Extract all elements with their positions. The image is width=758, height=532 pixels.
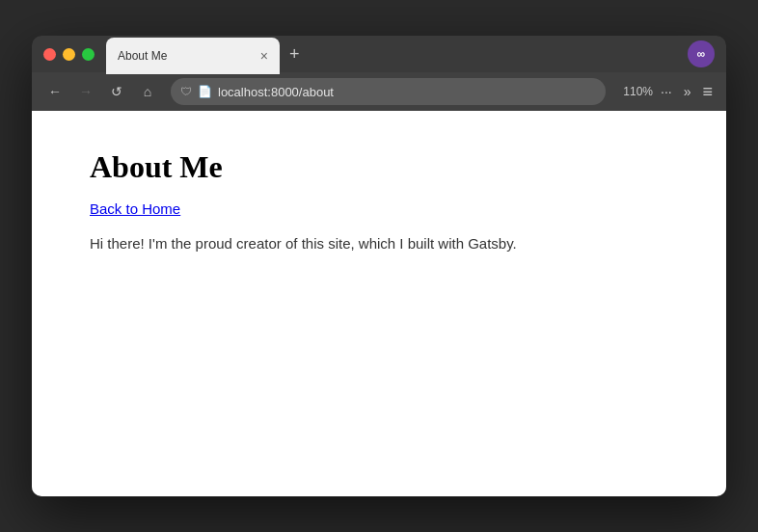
tab-title: About Me bbox=[118, 49, 253, 63]
page-description: Hi there! I'm the proud creator of this … bbox=[90, 232, 668, 255]
forward-button[interactable]: → bbox=[72, 78, 99, 105]
active-tab[interactable]: About Me × bbox=[106, 38, 280, 74]
tabs-area: About Me × + bbox=[106, 36, 676, 72]
page-content: About Me Back to Home Hi there! I'm the … bbox=[32, 111, 726, 496]
traffic-lights bbox=[43, 36, 95, 72]
page-icon: 📄 bbox=[198, 85, 212, 98]
tab-spacer bbox=[310, 36, 676, 72]
title-bar: About Me × + ∞ bbox=[32, 36, 726, 72]
new-tab-button[interactable]: + bbox=[280, 36, 310, 72]
main-menu-button[interactable]: ≡ bbox=[698, 82, 717, 102]
address-bar[interactable]: 🛡 📄 localhost:8000/about bbox=[171, 78, 606, 105]
back-button[interactable]: ← bbox=[41, 78, 68, 105]
minimize-button[interactable] bbox=[63, 48, 75, 61]
zoom-level: 110% bbox=[623, 85, 653, 98]
browser-window: About Me × + ∞ ← → ↺ ⌂ 🛡 📄 localhost:800… bbox=[32, 36, 726, 496]
page-heading: About Me bbox=[90, 149, 668, 185]
chevron-button[interactable]: » bbox=[680, 84, 695, 99]
overflow-menu-button[interactable]: ··· bbox=[657, 84, 676, 99]
fullscreen-button[interactable] bbox=[82, 48, 95, 61]
toolbar: ← → ↺ ⌂ 🛡 📄 localhost:8000/about 110% ··… bbox=[32, 72, 726, 111]
home-button[interactable]: ⌂ bbox=[134, 78, 161, 105]
close-button[interactable] bbox=[43, 48, 56, 61]
url-text: localhost:8000/about bbox=[218, 85, 596, 99]
reload-button[interactable]: ↺ bbox=[103, 78, 130, 105]
shield-icon: 🛡 bbox=[180, 85, 192, 98]
tab-close-button[interactable]: × bbox=[260, 49, 268, 63]
browser-avatar[interactable]: ∞ bbox=[688, 40, 715, 67]
back-to-home-link[interactable]: Back to Home bbox=[90, 200, 668, 217]
